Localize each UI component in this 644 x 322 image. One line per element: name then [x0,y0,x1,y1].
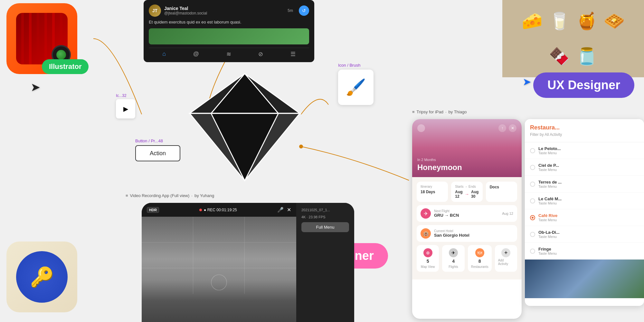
play-icon: ▶ [123,105,128,113]
action-button[interactable]: Action [135,145,180,161]
restaurant-bg-image [525,260,644,298]
tripsy-flight-type: Next Flight [434,209,459,213]
tripsy-docs: Docs [490,185,513,189]
restaurant-radio[interactable] [530,182,535,187]
tripsy-title: Honeymoon [417,163,516,172]
social-nav-search[interactable]: ⊘ [258,51,263,58]
social-boost-button[interactable]: ↺ [299,5,309,16]
video-file-name: 20211025_07_1... [301,208,349,212]
social-user-name: Janice Teal [164,6,284,11]
list-item[interactable]: Le Peloto... Taste Menu [525,142,644,159]
restaurant-radio[interactable] [530,148,535,153]
onepassword-icon[interactable]: 🔑 [6,242,77,312]
tripsy-dates-label: Starts → Ends [455,185,478,188]
tripsy-hotel-box: 🏨 Current Hotel San Giorgio Hotel [417,225,517,242]
ic32-play-button[interactable]: ▶ [116,99,135,118]
diamond-logo [177,58,312,193]
tripsy-flight-icon: ✈ [421,208,431,219]
ux-designer-badge: UX Designer [533,72,634,98]
onepassword-app-section: 🔑 [0,219,93,322]
tripsy-months: In 2 Months [417,158,516,162]
restaurant-radio[interactable] [530,165,535,170]
ic32-label: Ic...32 [116,93,142,98]
hdr-badge: HDR [147,207,159,213]
bread-emoji: 🧇 [604,11,625,31]
video-app-label: ≡ Video Recording App (Full view) · by Y… [126,193,383,198]
rec-badge: ● REC 00:01:19:25 [199,208,237,212]
restaurant-header: Restaura... Filter by All Activity [525,119,644,142]
restaurant-radio-checked[interactable] [530,215,535,220]
video-top-bar: HDR ● REC 00:01:19:25 🎤 ✕ [142,203,296,217]
tripsy-add-btn[interactable]: + Add Activity [495,245,517,272]
tripsy-share-icon[interactable]: ↑ [498,124,506,132]
restaurant-radio[interactable] [530,232,535,237]
tripsy-label-icon: ≡ [412,109,415,114]
cursor-arrow-icon: ➤ [31,80,40,94]
video-landscape [142,217,296,322]
tripsy-close-icon[interactable]: ✕ [509,124,516,132]
social-post-image [149,28,309,44]
social-card: JT Janice Teal @jteal@mastodon.social 5m… [144,0,314,62]
social-user-handle: @jteal@mastodon.social [164,11,284,15]
social-nav-bar: ⌂ @ ≋ ⊘ ☰ [149,48,309,58]
social-nav-activity[interactable]: ≋ [226,51,231,58]
button-action-card: Button / Pr...48 Action [135,138,187,161]
tripsy-itinerary-label: Itinerary [421,185,444,188]
tripsy-back-icon[interactable] [417,124,425,132]
social-post-text: Et quidem exercitus quid ex eo est labor… [149,19,309,25]
tripsy-itinerary-box: Itinerary 18 Days [417,182,448,202]
tripsy-map-btn[interactable]: ⊕ 5 Map View [417,245,439,272]
ic32-card: Ic...32 ▶ [116,93,142,118]
restaurant-radio[interactable] [530,249,535,254]
tripsy-body: Itinerary 18 Days Starts → Ends Aug 12 →… [412,177,522,279]
tripsy-header: ↑ ✕ In 2 Months Honeymoon [412,119,522,177]
restaurant-list: Le Peloto... Taste Menu Ciel de P... Tas… [525,142,644,260]
onepassword-key-icon: 🔑 [30,266,54,289]
rec-dot [199,209,202,211]
tripsy-docs-box: Docs [486,182,517,202]
tripsy-restaurants-btn[interactable]: 🍽 8 Restaurants [468,245,492,272]
video-sidebar: 20211025_07_1... 4K · 23.98 FPS Full Men… [296,203,354,322]
tripsy-dates: Aug 12 → Aug 30 [455,190,478,199]
video-phone-frame: HDR ● REC 00:01:19:25 🎤 ✕ [142,203,354,322]
list-item[interactable]: Ob-La-Di... Taste Menu [525,226,644,243]
video-label-icon: ≡ [126,193,128,198]
milk-emoji: 🥛 [549,11,570,31]
food-emojis-area: 🧀 🥛 🍯 🧇 🍫 🫙 [502,0,644,77]
tripsy-hotel-name: San Giorgio Hotel [434,233,469,238]
cheese-emoji: 🧀 [522,11,543,31]
social-nav-more[interactable]: ☰ [290,51,296,58]
list-item[interactable]: Fringe Taste Menu [525,243,644,260]
restaurant-radio[interactable] [530,198,535,204]
social-nav-mention[interactable]: @ [193,51,199,58]
jar-emoji: 🫙 [576,47,597,66]
list-item[interactable]: Le Café M... Taste Menu [525,193,644,209]
social-nav-home[interactable]: ⌂ [162,51,166,58]
tripsy-dates-box: Starts → Ends Aug 12 → Aug 30 [451,182,482,202]
tripsy-flights-btn[interactable]: ✈ 4 Flights [442,245,464,272]
list-item[interactable]: Terres de ... Taste Menu [525,176,644,193]
cursor-blue-icon: ➤ [523,76,531,88]
restaurant-subtitle: Filter by All Activity [530,132,639,137]
tripsy-flight-date: Aug 12 [502,212,513,215]
tripsy-label: ≡ Tripsy for iPad · by Thiago [412,109,467,114]
chocolate-emoji: 🍫 [549,47,570,66]
full-menu-button[interactable]: Full Menu [301,222,349,232]
video-icons: 🎤 ✕ [277,207,291,213]
tripsy-action-icons: ↑ ✕ [498,124,516,132]
tripsy-itinerary-days: 18 Days [421,190,444,194]
mic-icon: 🎤 [277,207,284,213]
honey-emoji: 🍯 [576,11,597,31]
tripsy-card: ↑ ✕ In 2 Months Honeymoon Itinerary 18 D… [412,119,522,319]
icon-brush-box: 🖌️ [338,70,374,105]
restaurant-title: Restaura... [530,124,639,131]
svg-point-14 [211,275,227,290]
list-item[interactable]: Café Rive Taste Menu [525,209,644,226]
tripsy-section: ≡ Tripsy for iPad · by Thiago ↑ ✕ In 2 M… [412,109,644,322]
icon-brush-label: Icon / Brush [338,63,377,68]
tripsy-flight-box: ✈ Next Flight GRU → BCN Aug 12 [417,205,517,222]
brush-icon: 🖌️ [346,78,366,97]
tripsy-hotel-icon: 🏨 [421,228,431,239]
list-item[interactable]: Ciel de P... Taste Menu [525,159,644,176]
social-avatar: JT [149,5,161,17]
